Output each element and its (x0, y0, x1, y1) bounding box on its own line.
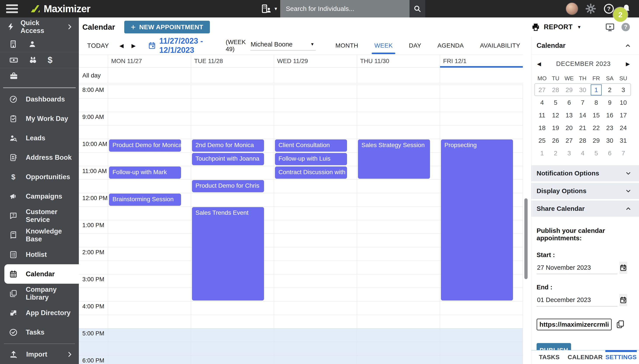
mini-calendar-day-21[interactable]: 21 (576, 122, 589, 134)
video-tutorial-icon[interactable] (605, 22, 615, 32)
appointment-contract-discussion-with-luk[interactable]: Contract Discussion with Luk (275, 166, 347, 179)
mini-calendar-day-3[interactable]: 3 (562, 147, 576, 160)
briefcase-icon[interactable] (9, 71, 18, 80)
mini-calendar-day-11[interactable]: 11 (535, 109, 549, 122)
week-grid-canvas[interactable]: 8:00 AM9:00 AM10:00 AM11:00 AM12:00 PM1:… (79, 85, 523, 364)
tab-tasks[interactable]: TASKS (531, 350, 567, 364)
sidebar-resize-handle[interactable] (3, 87, 76, 88)
appointment-sales-strategy-session[interactable]: Sales Strategy Session (358, 140, 430, 179)
mini-calendar-day-4[interactable]: 4 (535, 96, 549, 109)
appointment-touchpoint-with-joanna[interactable]: Touchpoint with Joanna (192, 153, 264, 165)
day-header-fri-12-1[interactable]: FRI 12/1 (440, 55, 523, 68)
sidebar-item-tasks[interactable]: Tasks (0, 322, 79, 342)
mini-calendar-day-2[interactable]: 2 (603, 84, 616, 96)
day-header-tue-11-28[interactable]: TUE 11/28 (191, 55, 274, 68)
search-input[interactable] (280, 0, 410, 18)
mini-calendar-day-15[interactable]: 15 (589, 109, 603, 122)
view-tab-day[interactable]: DAY (408, 37, 422, 54)
mini-calendar-day-27[interactable]: 27 (562, 134, 576, 147)
day-header-mon-11-27[interactable]: MON 11/27 (108, 55, 191, 68)
mini-calendar-day-7[interactable]: 7 (616, 147, 630, 160)
mini-calendar-day-29[interactable]: 29 (562, 84, 576, 96)
appointment-follow-up-with-mark[interactable]: Follow-up with Mark (109, 166, 181, 179)
mini-calendar-day-16[interactable]: 16 (603, 109, 616, 122)
view-tab-availability[interactable]: AVAILABILITY (479, 37, 521, 54)
calendar-owner-select[interactable]: Micheal Boone ▼ (250, 41, 316, 51)
mini-calendar-day-3[interactable]: 3 (616, 84, 630, 96)
mini-calendar-day-4[interactable]: 4 (576, 147, 589, 160)
section-display-options[interactable]: Display Options (531, 183, 639, 199)
binoculars-icon[interactable] (28, 56, 38, 64)
sidebar-item-my-work-day[interactable]: My Work Day (0, 109, 79, 128)
mini-calendar-day-17[interactable]: 17 (616, 109, 630, 122)
prev-week-icon[interactable]: ◀ (119, 42, 124, 49)
hamburger-menu-icon[interactable] (6, 4, 18, 13)
search-type-caret-icon[interactable]: ▼ (274, 6, 278, 11)
mini-calendar-day-5[interactable]: 5 (589, 147, 603, 160)
sidebar-item-dashboards[interactable]: Dashboards (0, 90, 79, 109)
page-help-icon[interactable]: ? (621, 22, 631, 32)
mini-calendar-day-9[interactable]: 9 (603, 96, 616, 109)
section-share-calendar[interactable]: Share Calendar (531, 200, 639, 217)
search-button[interactable] (410, 0, 425, 18)
next-month-icon[interactable]: ▶ (626, 61, 630, 67)
all-day-cell[interactable] (191, 68, 274, 83)
sidebar-item-app-directory[interactable]: App Directory (0, 303, 79, 322)
appointment-propsecting[interactable]: Propsecting (441, 140, 513, 300)
company-icon[interactable] (9, 40, 18, 48)
sidebar-item-leads[interactable]: Leads (0, 128, 79, 148)
appointment-2nd-demo-for-monica[interactable]: 2nd Demo for Monica (192, 140, 264, 152)
sidebar-item-hotlist[interactable]: Hotlist (0, 245, 79, 264)
sidebar-item-quick-access[interactable]: Quick Access (0, 18, 79, 36)
sidebar-item-company-library[interactable]: Company Library (0, 284, 79, 303)
grid-scrollbar-thumb[interactable] (524, 198, 528, 279)
mini-calendar-day-5[interactable]: 5 (549, 96, 562, 109)
sidebar-item-address-book[interactable]: Address Book (0, 148, 79, 167)
tab-settings[interactable]: SETTINGS (603, 350, 639, 364)
mini-calendar-day-27[interactable]: 27 (535, 84, 549, 96)
mini-calendar-day-23[interactable]: 23 (603, 122, 616, 134)
mini-calendar-day-24[interactable]: 24 (616, 122, 630, 134)
revenue-icon[interactable]: $ (48, 55, 52, 65)
start-date-picker-button[interactable] (619, 262, 627, 274)
mini-calendar-day-10[interactable]: 10 (616, 96, 630, 109)
individual-icon[interactable] (28, 40, 37, 48)
mini-calendar-day-20[interactable]: 20 (562, 122, 576, 134)
publish-url-input[interactable] (537, 318, 612, 330)
mini-calendar-day-18[interactable]: 18 (535, 122, 549, 134)
report-button[interactable]: REPORT ▼ (531, 22, 581, 32)
prev-month-icon[interactable]: ◀ (537, 61, 541, 67)
view-tab-agenda[interactable]: AGENDA (437, 37, 465, 54)
sidebar-item-campaigns[interactable]: Campaigns (0, 186, 79, 206)
all-day-cell[interactable] (274, 68, 357, 83)
panel-calendar-section[interactable]: Calendar (531, 37, 639, 54)
mini-calendar-day-29[interactable]: 29 (589, 134, 603, 147)
view-tab-week[interactable]: WEEK (374, 37, 394, 54)
all-day-cell[interactable] (357, 68, 440, 83)
all-day-cell[interactable] (440, 68, 523, 83)
mini-calendar-day-22[interactable]: 22 (589, 122, 603, 134)
mini-calendar-day-19[interactable]: 19 (549, 122, 562, 134)
mini-calendar-day-25[interactable]: 25 (535, 134, 549, 147)
day-header-wed-11-29[interactable]: WED 11/29 (274, 55, 357, 68)
date-range[interactable]: 11/27/2023 - 12/1/2023 (159, 36, 224, 55)
sidebar-item-knowledge-base[interactable]: Knowledge Base (0, 226, 79, 245)
day-header-thu-11-30[interactable]: THU 11/30 (357, 55, 440, 68)
mini-calendar-day-13[interactable]: 13 (562, 109, 576, 122)
mini-calendar-day-2[interactable]: 2 (549, 147, 562, 160)
gear-icon[interactable] (585, 3, 597, 14)
help-icon[interactable]: ? (603, 3, 614, 14)
notification-count-badge[interactable]: 2 (613, 8, 628, 22)
sidebar-item-customer-service[interactable]: ?Customer Service (0, 206, 79, 226)
next-week-icon[interactable]: ▶ (131, 42, 136, 49)
mini-calendar-day-28[interactable]: 28 (576, 134, 589, 147)
appointment-product-demo-for-chris[interactable]: Product Demo for Chris (192, 180, 264, 192)
mini-calendar-day-28[interactable]: 28 (549, 84, 562, 96)
appointment-follow-up-with-luis[interactable]: Follow-up with Luis (275, 153, 347, 165)
mini-calendar-day-6[interactable]: 6 (562, 96, 576, 109)
appointment-brainstorming-session[interactable]: Brainstorming Session (109, 194, 181, 206)
mini-calendar-day-12[interactable]: 12 (549, 109, 562, 122)
tab-calendar[interactable]: CALENDAR (567, 350, 603, 364)
view-tab-month[interactable]: MONTH (335, 37, 359, 54)
mini-calendar-day-8[interactable]: 8 (589, 96, 603, 109)
